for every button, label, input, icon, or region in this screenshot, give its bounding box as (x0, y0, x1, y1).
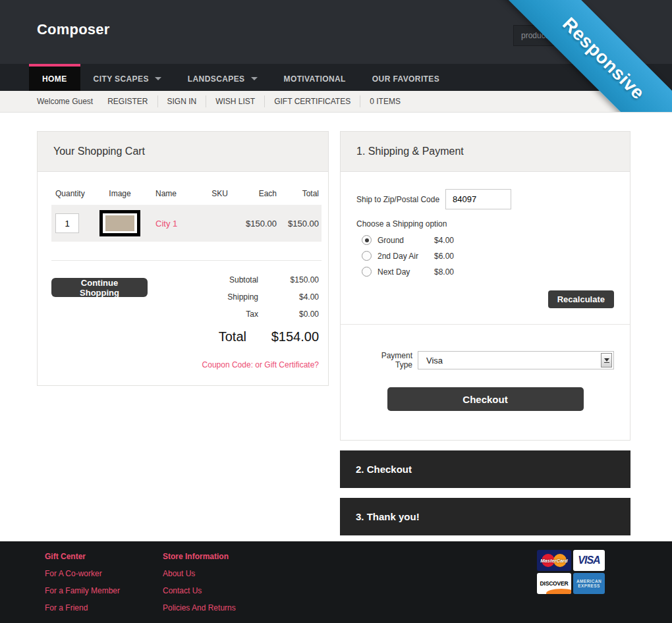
product-thumbnail[interactable] (99, 210, 140, 236)
grand-total-label: Total (148, 329, 246, 344)
american-express-icon: AMERICAN EXPRESS (573, 573, 605, 594)
sign-in-link[interactable]: SIGN IN (157, 95, 206, 107)
shipping-option-ground: Ground $4.00 (362, 235, 614, 245)
cart-panel-title: Your Shopping Cart (38, 132, 328, 172)
nav-label: CITY SCAPES (94, 74, 149, 84)
tax-label: Tax (159, 310, 258, 319)
radio-2nd-day-air[interactable] (362, 251, 372, 261)
main-nav: HOME CITY SCAPES LANDSCAPES MOTIVATIONAL… (0, 64, 672, 91)
radio-next-day-label[interactable]: Next Day (378, 267, 434, 277)
footer-heading-gift-center[interactable]: Gift Center (45, 552, 120, 561)
checkout-column: 1. Shipping & Payment Ship to Zip/Postal… (340, 131, 630, 535)
cart-body: Quantity Image Name SKU Each Total City … (38, 172, 328, 385)
footer-link-co-worker[interactable]: For A Co-worker (45, 569, 120, 578)
visa-icon: VISA (573, 550, 605, 571)
footer-link-family-member[interactable]: For a Family Member (45, 586, 120, 595)
radio-2nd-day-air-price: $6.00 (434, 252, 454, 261)
continue-shopping-button[interactable]: Continue Shopping (51, 278, 148, 297)
site-header: Composer (0, 0, 672, 64)
radio-2nd-day-air-label[interactable]: 2nd Day Air (378, 252, 434, 261)
shipping-payment-title: 1. Shipping & Payment (341, 132, 630, 172)
cart-items-link[interactable]: 0 ITEMS (360, 95, 410, 107)
column-total: Total (277, 189, 322, 198)
column-image: Image (91, 189, 149, 198)
radio-ground[interactable] (362, 235, 372, 245)
nav-item-home[interactable]: HOME (29, 64, 80, 91)
subtotal-label: Subtotal (159, 275, 258, 284)
chevron-down-icon (251, 77, 258, 80)
zip-label: Ship to Zip/Postal Code (356, 195, 439, 204)
nav-item-city-scapes[interactable]: CITY SCAPES (80, 64, 175, 91)
cart-item-row: City 1 $150.00 $150.00 (51, 205, 322, 242)
shopping-cart-panel: Your Shopping Cart Quantity Image Name S… (37, 131, 329, 386)
main-content: Your Shopping Cart Quantity Image Name S… (0, 113, 672, 535)
footer-heading-store-information[interactable]: Store Information (163, 552, 236, 561)
payment-type-value: Visa (426, 356, 443, 366)
item-each-price: $150.00 (228, 219, 277, 229)
nav-item-motivational[interactable]: MOTIVATIONAL (271, 64, 359, 91)
nav-label: LANDSCAPES (188, 74, 245, 84)
nav-item-our-favorites[interactable]: OUR FAVORITES (359, 64, 453, 91)
nav-label: OUR FAVORITES (372, 74, 439, 84)
item-total-price: $150.00 (277, 219, 322, 229)
nav-label: MOTIVATIONAL (284, 74, 346, 84)
column-each: Each (228, 189, 277, 198)
cart-totals: Subtotal $150.00 Shipping $4.00 Tax $0.0… (148, 275, 319, 369)
payment-section: Payment Type Visa Checkout (341, 325, 630, 440)
payment-type-select[interactable]: Visa (418, 351, 614, 369)
product-name-link[interactable]: City 1 (155, 219, 177, 229)
radio-ground-price: $4.00 (434, 236, 454, 245)
accepted-payment-cards: MasterCard VISA DISCOVER AMERICAN EXPRES… (537, 550, 605, 594)
shipping-option-2nd-day-air: 2nd Day Air $6.00 (362, 251, 614, 261)
product-search-input[interactable] (513, 25, 607, 46)
grand-total-value: $154.00 (246, 329, 319, 344)
nav-item-landscapes[interactable]: LANDSCAPES (175, 64, 271, 91)
tax-value: $0.00 (258, 310, 319, 319)
shipping-payment-panel: 1. Shipping & Payment Ship to Zip/Postal… (340, 131, 630, 441)
footer-link-contact-us[interactable]: Contact Us (163, 586, 236, 595)
footer-link-friend[interactable]: For a Friend (45, 603, 120, 612)
column-sku: SKU (194, 189, 228, 198)
radio-next-day-price: $8.00 (434, 267, 454, 277)
shipping-option-label: Choose a Shipping option (356, 219, 614, 229)
footer-store-information-column: Store Information About Us Contact Us Po… (163, 552, 236, 620)
chevron-down-icon (155, 77, 161, 80)
payment-type-label: Payment Type (362, 351, 412, 369)
step-thank-you-bar: 3. Thank you! (340, 498, 630, 535)
mastercard-icon: MasterCard (537, 550, 571, 571)
column-quantity: Quantity (51, 189, 91, 198)
wish-list-link[interactable]: WISH LIST (206, 95, 264, 107)
shipping-section: Ship to Zip/Postal Code Choose a Shippin… (341, 172, 630, 324)
site-logo[interactable]: Composer (37, 21, 109, 38)
column-name: Name (149, 189, 194, 198)
zip-code-input[interactable] (445, 189, 511, 209)
nav-label: HOME (42, 74, 67, 84)
gift-certificates-link[interactable]: GIFT CERTIFICATES (264, 95, 360, 107)
cart-table-header: Quantity Image Name SKU Each Total (51, 189, 322, 198)
checkout-button[interactable]: Checkout (387, 387, 584, 411)
radio-next-day[interactable] (362, 267, 372, 277)
shipping-value: $4.00 (258, 292, 319, 302)
register-link[interactable]: REGISTER (98, 95, 157, 107)
footer-link-about-us[interactable]: About Us (163, 569, 236, 578)
shipping-option-next-day: Next Day $8.00 (362, 267, 614, 277)
step-checkout-bar: 2. Checkout (340, 450, 630, 488)
shipping-label: Shipping (159, 292, 258, 302)
discover-icon: DISCOVER (537, 573, 571, 594)
cart-footer: Continue Shopping Subtotal $150.00 Shipp… (51, 261, 322, 369)
site-footer: Gift Center For A Co-worker For a Family… (0, 541, 672, 623)
dropdown-arrow-icon[interactable] (601, 353, 612, 367)
footer-link-policies-returns[interactable]: Policies And Returns (163, 603, 236, 612)
footer-gift-center-column: Gift Center For A Co-worker For a Family… (45, 552, 120, 620)
subtotal-value: $150.00 (258, 275, 319, 284)
coupon-gift-certificate-link[interactable]: Coupon Code: or Gift Certificate? (148, 360, 319, 369)
quantity-input[interactable] (55, 213, 79, 233)
radio-ground-label[interactable]: Ground (378, 236, 434, 245)
recalculate-button[interactable]: Recalculate (548, 290, 614, 308)
welcome-text: Welcome Guest (37, 97, 98, 106)
utility-nav: Welcome Guest REGISTER SIGN IN WISH LIST… (0, 91, 672, 113)
product-image (105, 215, 134, 231)
